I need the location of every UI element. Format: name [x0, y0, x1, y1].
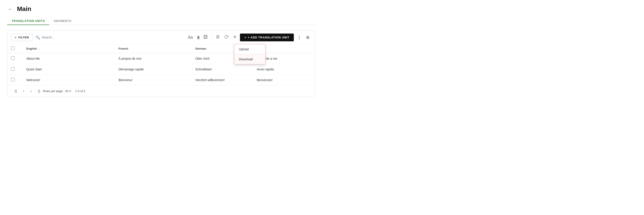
column-header-french: French [115, 44, 192, 53]
row-french-0: À propos de moi [115, 53, 192, 64]
back-button[interactable]: ← [7, 6, 14, 12]
refresh-icon [224, 35, 228, 40]
add-button-label: + ADD TRANSLATION UNIT [248, 36, 289, 39]
barcode-icon: ||||| [197, 36, 199, 39]
rows-dropdown-arrow: ▾ [69, 90, 71, 93]
tab-translation-units[interactable]: TRANSLATION UNITS [7, 17, 49, 25]
sort-icon [233, 35, 237, 40]
next-page-button[interactable]: › [28, 88, 33, 94]
row-checkbox-cell [8, 75, 23, 85]
row-italian-1: Avvio rapido [253, 64, 314, 75]
table-row: Quick Start Démarrage rapide Schnellstar… [8, 64, 314, 75]
delete-icon [216, 35, 220, 40]
row-german-1: Schnellstart [192, 64, 253, 75]
dropdown-item-upload[interactable]: Upload [234, 44, 265, 54]
rows-per-page-label: Rows per page: [43, 90, 63, 93]
last-page-button[interactable]: |⟩ [36, 88, 42, 94]
refresh-button[interactable] [223, 34, 230, 41]
search-icon: 🔍 [36, 35, 40, 40]
german-column-label: German [195, 47, 206, 50]
filter-button[interactable]: ≡ FILTER [11, 34, 33, 41]
translation-table: English ↓ French German Italian [8, 44, 314, 85]
first-page-button[interactable]: ⟨| [13, 88, 18, 94]
row-english-2: Welcome! [23, 75, 115, 85]
row-french-2: Bienvenu! [115, 75, 192, 85]
page-container: ← Main TRANSLATION UNITS SEGMENTS ≡ FILT… [0, 0, 322, 102]
tabs-container: TRANSLATION UNITS SEGMENTS [7, 17, 315, 25]
more-options-icon: ⋮ [297, 35, 302, 40]
case-sensitive-icon: Aa [188, 35, 193, 40]
row-english-1: Quick Start [23, 64, 115, 75]
toolbar: ≡ FILTER 🔍 Aa ||||| [8, 30, 314, 44]
add-column-icon: ⊕ [306, 35, 310, 40]
frame-icon [204, 35, 208, 40]
row-checkbox-1[interactable] [11, 67, 14, 70]
page-title: Main [17, 5, 31, 12]
search-box: 🔍 [36, 35, 103, 40]
page-header: ← Main [7, 5, 315, 12]
dropdown-item-download[interactable]: Download [234, 54, 265, 64]
delete-button[interactable] [214, 34, 221, 41]
column-header-english: English ↓ [23, 44, 115, 53]
rows-per-page-value: 25 [65, 90, 68, 93]
row-french-1: Démarrage rapide [115, 64, 192, 75]
toolbar-icons: Aa ||||| [186, 33, 311, 41]
case-sensitive-button[interactable]: Aa [186, 34, 194, 41]
english-column-label: English [26, 47, 37, 50]
row-checkbox-cell [8, 53, 23, 64]
sort-button[interactable] [232, 34, 238, 41]
search-input[interactable] [42, 36, 103, 39]
select-all-checkbox[interactable] [11, 46, 14, 50]
tab-segments[interactable]: SEGMENTS [49, 17, 76, 25]
row-checkbox-0[interactable] [11, 56, 14, 60]
filter-icon: ≡ [15, 36, 16, 39]
rows-per-page-select[interactable]: 25 ▾ [65, 90, 71, 93]
row-german-2: Herzlich willkommen! [192, 75, 253, 85]
row-checkbox-cell [8, 64, 23, 75]
row-checkbox-2[interactable] [11, 78, 14, 81]
row-english-0: About Me [23, 53, 115, 64]
english-sort-arrow[interactable]: ↓ [38, 47, 40, 50]
main-card: ≡ FILTER 🔍 Aa ||||| [7, 30, 315, 97]
barcode-button[interactable]: ||||| [196, 34, 200, 40]
pagination: ⟨| ‹ › |⟩ Rows per page: 25 ▾ 1-3 of 3 [8, 85, 314, 97]
table-row: Welcome! Bienvenu! Herzlich willkommen! … [8, 75, 314, 85]
add-column-button[interactable]: ⊕ [304, 33, 311, 41]
add-translation-unit-button[interactable]: + + ADD TRANSLATION UNIT [240, 34, 294, 41]
add-icon: + [244, 36, 246, 39]
filter-label: FILTER [18, 36, 29, 39]
svg-rect-0 [204, 35, 207, 38]
row-italian-2: Benvenuto! [253, 75, 314, 85]
prev-page-button[interactable]: ‹ [21, 88, 26, 94]
page-range: 1-3 of 3 [75, 90, 85, 93]
dropdown-popup: Upload Download [234, 44, 266, 64]
column-header-check [8, 44, 23, 53]
table-row: About Me À propos de moi Über mich Rigua… [8, 53, 314, 64]
french-column-label: French [118, 47, 128, 50]
more-options-button[interactable]: ⋮ [296, 33, 303, 41]
frame-button[interactable] [202, 34, 209, 41]
